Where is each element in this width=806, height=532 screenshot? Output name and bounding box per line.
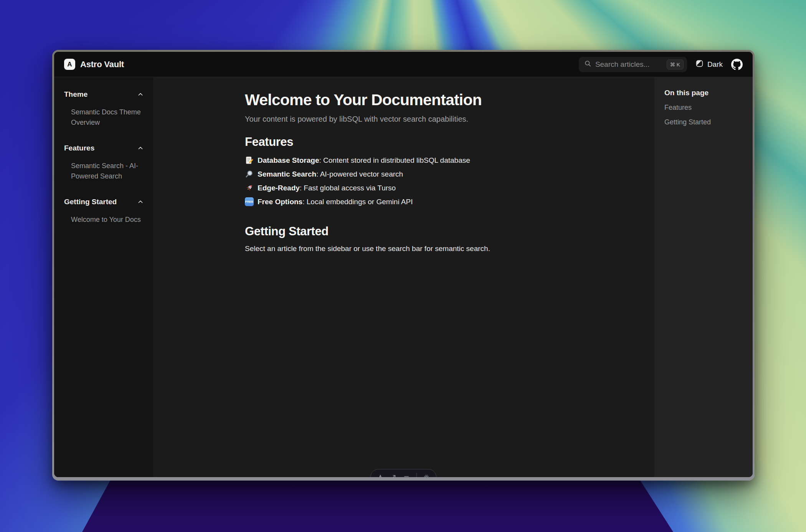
sidebar-section-features[interactable]: Features — [64, 144, 144, 152]
sidebar-item-semantic-docs-theme-overview[interactable]: Semantic Docs Theme Overview — [64, 107, 144, 128]
brand[interactable]: A Astro Vault — [64, 59, 124, 70]
feature-label: Database Storage — [258, 156, 319, 164]
on-this-page-panel: On this page Features Getting Started — [654, 77, 753, 477]
search-icon — [584, 60, 591, 69]
free-icon: FREE — [245, 197, 254, 206]
feature-item-semantic-search: Semantic Search: AI-powered vector searc… — [245, 170, 563, 178]
main-content: Welcome to Your Documentation Your conte… — [154, 77, 654, 477]
settings-gear-icon[interactable] — [423, 474, 430, 477]
getting-started-heading: Getting Started — [245, 225, 563, 238]
github-link[interactable] — [731, 59, 743, 70]
toc-link-features[interactable]: Features — [664, 104, 743, 112]
feature-label: Edge-Ready — [258, 184, 300, 192]
inspect-icon[interactable] — [390, 474, 397, 477]
memo-icon — [245, 156, 254, 165]
rocket-icon — [245, 183, 254, 192]
search-bar[interactable]: ⌘ K — [579, 57, 687, 72]
feature-text: : Fast global access via Turso — [300, 184, 396, 192]
audit-list-icon[interactable] — [403, 474, 410, 477]
page-title: Welcome to Your Documentation — [245, 91, 563, 109]
chevron-up-icon — [137, 91, 144, 97]
page-subtitle: Your content is powered by libSQL with v… — [245, 115, 563, 124]
github-icon — [731, 59, 743, 70]
sidebar-section-getting-started[interactable]: Getting Started — [64, 198, 144, 206]
feature-label: Free Options — [258, 198, 302, 206]
command-k-shortcut-badge: ⌘ K — [667, 59, 684, 69]
app-header: A Astro Vault ⌘ K — [54, 52, 753, 77]
feature-item-database-storage: Database Storage: Content stored in dist… — [245, 156, 563, 165]
app-logo: A — [64, 59, 75, 70]
feature-text: : AI-powered vector search — [316, 170, 403, 178]
theme-toggle-label: Dark — [707, 60, 723, 69]
feature-text: : Content stored in distributed libSQL d… — [319, 156, 470, 164]
app-window: A Astro Vault ⌘ K — [52, 50, 755, 481]
sidebar-section-theme[interactable]: Theme — [64, 90, 144, 99]
toc-link-getting-started[interactable]: Getting Started — [664, 118, 743, 126]
sidebar-item-semantic-search[interactable]: Semantic Search - AI-Powered Search — [64, 161, 144, 182]
sidebar-section-label: Theme — [64, 90, 88, 99]
sidebar-section-label: Getting Started — [64, 198, 117, 206]
theme-toggle-button[interactable]: Dark — [695, 59, 723, 69]
desktop-wallpaper: A Astro Vault ⌘ K — [0, 0, 806, 532]
toc-title: On this page — [664, 89, 743, 97]
contrast-icon — [695, 59, 704, 69]
magnifying-glass-icon — [245, 170, 254, 178]
astro-dev-toolbar[interactable] — [370, 469, 436, 477]
sidebar-item-welcome-to-your-docs[interactable]: Welcome to Your Docs — [64, 215, 144, 225]
sidebar-nav: Theme Semantic Docs Theme Overview Featu… — [54, 77, 154, 477]
sidebar-section-label: Features — [64, 144, 94, 152]
feature-item-edge-ready: Edge-Ready: Fast global access via Turso — [245, 183, 563, 192]
toolbar-divider — [416, 473, 417, 477]
astro-logo-icon[interactable] — [377, 474, 384, 477]
features-heading: Features — [245, 135, 563, 149]
app-title: Astro Vault — [80, 59, 124, 69]
search-input[interactable] — [595, 60, 663, 69]
feature-text: : Local embeddings or Gemini API — [302, 198, 413, 206]
getting-started-paragraph: Select an article from the sidebar or us… — [245, 245, 563, 253]
feature-label: Semantic Search — [258, 170, 316, 178]
chevron-up-icon — [137, 199, 144, 205]
feature-item-free-options: FREE Free Options: Local embeddings or G… — [245, 197, 563, 206]
chevron-up-icon — [137, 145, 144, 151]
